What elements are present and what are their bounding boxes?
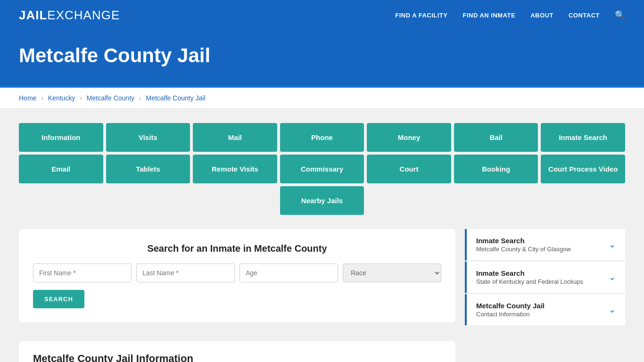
grid-btn-bail[interactable]: Bail [454, 123, 538, 152]
content-area: InformationVisitsMailPhoneMoneyBailInmat… [0, 109, 644, 362]
breadcrumb-sep-2: › [80, 94, 84, 102]
breadcrumb-sep-1: › [41, 94, 45, 102]
hero-section: Metcalfe County Jail [0, 30, 644, 88]
page-title: Metcalfe County Jail [19, 44, 625, 67]
grid-btn-inmate-search[interactable]: Inmate Search [541, 123, 625, 152]
site-logo: JAILEXCHANGE [19, 8, 120, 23]
race-select[interactable]: Race White Black Hispanic Asian Other [343, 263, 441, 282]
grid-row-3: Nearby Jails [19, 186, 625, 215]
breadcrumb-metcalfe-county[interactable]: Metcalfe County [87, 94, 134, 102]
sidebar-item-sidebar-contact[interactable]: Metcalfe County Jail Contact Information… [465, 294, 625, 325]
breadcrumb-jail[interactable]: Metcalfe County Jail [146, 94, 205, 102]
first-name-input[interactable] [33, 263, 132, 282]
breadcrumb-home[interactable]: Home [19, 94, 36, 102]
grid-btn-nearby-jails[interactable]: Nearby Jails [280, 186, 364, 215]
grid-btn-remote-visits[interactable]: Remote Visits [193, 155, 277, 183]
search-inputs: Race White Black Hispanic Asian Other [33, 263, 441, 282]
age-input[interactable] [239, 263, 338, 282]
two-col-layout: Search for an Inmate in Metcalfe County … [19, 229, 625, 362]
last-name-input[interactable] [136, 263, 235, 282]
inmate-search-card: Search for an Inmate in Metcalfe County … [19, 229, 455, 322]
sidebar: Inmate Search Metcalfe County & City of … [465, 229, 625, 325]
sidebar-item-title: Inmate Search [476, 269, 583, 277]
nav-contact[interactable]: CONTACT [569, 12, 600, 19]
main-nav: FIND A FACILITY FIND AN INMATE ABOUT CON… [395, 10, 625, 20]
chevron-down-icon: ⌄ [609, 239, 616, 250]
chevron-down-icon: ⌄ [609, 272, 616, 282]
grid-btn-mail[interactable]: Mail [193, 123, 277, 152]
sidebar-item-text: Inmate Search State of Kentucky and Fede… [476, 269, 583, 285]
logo-jail: JAIL [19, 8, 47, 22]
nav-find-facility[interactable]: FIND A FACILITY [395, 12, 447, 19]
sidebar-item-subtitle: Metcalfe County & City of Glasgow [476, 246, 571, 253]
grid-btn-court-process-video[interactable]: Court Process Video [541, 155, 625, 183]
chevron-down-icon: ⌄ [609, 304, 616, 315]
logo-exchange: EXCHANGE [47, 8, 120, 22]
info-title: Metcalfe County Jail Information [33, 353, 441, 362]
grid-btn-visits[interactable]: Visits [106, 123, 190, 152]
grid-btn-tablets[interactable]: Tablets [106, 155, 190, 183]
sidebar-item-subtitle: Contact Information [476, 311, 545, 318]
search-title: Search for an Inmate in Metcalfe County [33, 243, 441, 254]
search-button[interactable]: SEARCH [33, 290, 84, 308]
grid-btn-email[interactable]: Email [19, 155, 103, 183]
grid-row-2: EmailTabletsRemote VisitsCommissaryCourt… [19, 155, 625, 183]
grid-btn-money[interactable]: Money [367, 123, 451, 152]
grid-btn-information[interactable]: Information [19, 123, 103, 152]
sidebar-item-sidebar-inmate-search-2[interactable]: Inmate Search State of Kentucky and Fede… [465, 262, 625, 293]
info-section: Metcalfe County Jail Information [19, 341, 455, 362]
grid-btn-phone[interactable]: Phone [280, 123, 364, 152]
sidebar-item-text: Metcalfe County Jail Contact Information [476, 302, 545, 318]
sidebar-item-title: Inmate Search [476, 237, 571, 245]
sidebar-item-title: Metcalfe County Jail [476, 302, 545, 310]
sidebar-item-sidebar-inmate-search-1[interactable]: Inmate Search Metcalfe County & City of … [465, 229, 625, 261]
sidebar-item-text: Inmate Search Metcalfe County & City of … [476, 237, 571, 253]
breadcrumb-sep-3: › [139, 94, 143, 102]
grid-btn-commissary[interactable]: Commissary [280, 155, 364, 183]
breadcrumb: Home › Kentucky › Metcalfe County › Metc… [0, 88, 644, 109]
sidebar-item-subtitle: State of Kentucky and Federal Lockups [476, 278, 583, 285]
breadcrumb-kentucky[interactable]: Kentucky [48, 94, 75, 102]
site-header: JAILEXCHANGE FIND A FACILITY FIND AN INM… [0, 0, 644, 30]
nav-about[interactable]: ABOUT [530, 12, 553, 19]
nav-find-inmate[interactable]: FIND AN INMATE [462, 12, 515, 19]
grid-btn-booking[interactable]: Booking [454, 155, 538, 183]
grid-btn-court[interactable]: Court [367, 155, 451, 183]
search-icon-button[interactable]: 🔍 [615, 10, 625, 20]
grid-row-1: InformationVisitsMailPhoneMoneyBailInmat… [19, 123, 625, 152]
